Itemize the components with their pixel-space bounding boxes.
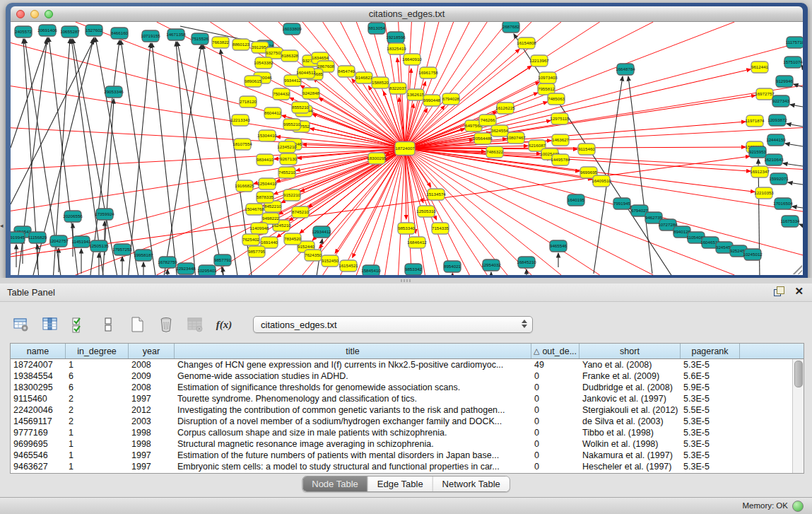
graph-node-label: 9462735 bbox=[645, 215, 663, 220]
graph-node-label: 9465546 bbox=[550, 243, 567, 248]
graph-node-label: 9115460 bbox=[578, 146, 595, 151]
cell-out_de: 0 bbox=[531, 450, 579, 461]
table-row[interactable]: 911546021997Tourette syndrome. Phenomeno… bbox=[11, 393, 804, 404]
tab-node-table[interactable]: Node Table bbox=[302, 477, 368, 491]
unselect-all-columns-icon[interactable] bbox=[98, 315, 118, 334]
cell-name: 9463627 bbox=[11, 461, 66, 472]
status-bar: Memory: OK bbox=[0, 497, 812, 514]
table-row[interactable]: 969969511998Structural magnetic resonanc… bbox=[11, 438, 804, 450]
network-view-window[interactable]: citations_edges.txt 24055722069140610655… bbox=[6, 3, 808, 281]
table-row[interactable]: 977716911998Corpus callosum shape and si… bbox=[11, 427, 804, 438]
graph-node-label: 9267130 bbox=[280, 156, 298, 161]
table-row[interactable]: 1872400712008Changes of HCN gene express… bbox=[11, 359, 804, 370]
cell-year: 1997 bbox=[129, 393, 175, 404]
table-selector-dropdown[interactable]: citations_edges.txt bbox=[253, 316, 533, 333]
graph-node-label: 16648784 bbox=[616, 66, 635, 71]
graph-node-label: 11409948 bbox=[249, 226, 269, 230]
tab-edge-table[interactable]: Edge Table bbox=[368, 477, 433, 491]
cell-name: 14569117 bbox=[11, 416, 66, 427]
panel-collapse-arrow[interactable]: ◂ bbox=[0, 222, 4, 229]
cell-pagerank: 5.3E-5 bbox=[681, 359, 740, 370]
column-header-name[interactable]: name bbox=[11, 344, 66, 358]
column-header-in_degree[interactable]: in_degree bbox=[66, 344, 129, 358]
table-row[interactable]: 946362711997Embryonic stem cells: a mode… bbox=[11, 461, 804, 472]
table-header-row: namein_degreeyeartitle△out_de...shortpag… bbox=[11, 344, 804, 359]
minimize-window-button[interactable] bbox=[30, 10, 39, 18]
table-row[interactable]: 946554611997Estimation of the future num… bbox=[11, 450, 804, 461]
table-row[interactable]: 2242004622012Investigating the contribut… bbox=[11, 404, 804, 416]
cell-out_de: 0 bbox=[531, 461, 579, 472]
graph-node-label: 12213967 bbox=[529, 58, 549, 63]
citation-network-graph[interactable]: 2405572206914061065528715276028466160107… bbox=[11, 22, 803, 275]
cell-name: 19384554 bbox=[11, 370, 66, 382]
graph-node-label: 9227343 bbox=[772, 98, 790, 103]
graph-node-label: 10543382 bbox=[254, 60, 273, 65]
tab-network-table[interactable]: Network Table bbox=[433, 477, 510, 491]
graph-node-label: 6794027 bbox=[631, 208, 649, 213]
graph-node-label: 7624350 bbox=[305, 252, 322, 257]
graph-node-label: 1691440 bbox=[261, 240, 278, 245]
select-all-columns-icon[interactable] bbox=[69, 315, 89, 334]
new-column-icon[interactable] bbox=[127, 315, 147, 334]
graph-node-label: 7625402 bbox=[242, 237, 260, 242]
network-canvas[interactable]: 2405572206914061065528715276028466160107… bbox=[11, 22, 803, 275]
cell-title: Tourette syndrome. Phenomenology and cla… bbox=[175, 393, 531, 404]
cell-pagerank: 5.3E-5 bbox=[681, 393, 740, 404]
graph-node-label: 8186328 bbox=[281, 53, 299, 58]
cell-year: 1998 bbox=[129, 438, 175, 450]
close-panel-icon[interactable]: ✕ bbox=[794, 286, 804, 296]
graph-node-label: 8466160 bbox=[111, 30, 129, 35]
graph-node-label: 9990448 bbox=[423, 98, 441, 103]
column-header-year[interactable]: year bbox=[129, 344, 175, 358]
graph-node-label: 10973403 bbox=[538, 75, 558, 80]
column-header-pagerank[interactable]: pagerank bbox=[681, 344, 740, 358]
zoom-window-button[interactable] bbox=[45, 10, 53, 18]
memory-status-indicator[interactable] bbox=[792, 501, 804, 512]
delete-column-trash-icon[interactable] bbox=[156, 315, 176, 334]
close-window-button[interactable] bbox=[16, 10, 25, 18]
column-header-out_de[interactable]: △out_de... bbox=[531, 344, 579, 358]
cell-in_degree: 6 bbox=[66, 382, 129, 393]
cell-title: Disruption of a novel member of a sodium… bbox=[175, 416, 531, 427]
graph-node-label: 9152450 bbox=[322, 258, 339, 263]
dropdown-arrows-icon bbox=[522, 320, 527, 328]
float-panel-icon[interactable] bbox=[774, 286, 784, 296]
graph-node-label: 18325419 bbox=[387, 46, 406, 51]
scrollbar-thumb[interactable] bbox=[794, 361, 803, 387]
table-options-icon[interactable] bbox=[11, 315, 31, 334]
graph-node-label: 8452210 bbox=[264, 204, 282, 209]
cell-short: Nakamura et al. (1997) bbox=[579, 450, 681, 461]
horizontal-splitter[interactable] bbox=[0, 278, 812, 284]
graph-node-label: 19218596 bbox=[386, 35, 406, 40]
cell-pagerank: 5.3E-5 bbox=[681, 450, 740, 461]
graph-node-label: 12954032 bbox=[481, 262, 501, 267]
column-header-short[interactable]: short bbox=[579, 344, 681, 358]
graph-node-label: 19958187 bbox=[134, 252, 153, 257]
graph-node-label: 12923448 bbox=[176, 266, 196, 271]
table-row[interactable]: 1830029562008Estimation of significance … bbox=[11, 382, 804, 393]
cell-short: de Silva et al. (2003) bbox=[579, 416, 681, 427]
table-panel-header: Table Panel ✕ bbox=[0, 284, 812, 302]
column-visibility-icon[interactable] bbox=[40, 315, 60, 334]
network-window-titlebar[interactable]: citations_edges.txt bbox=[11, 6, 803, 22]
graph-node-label: 15845410 bbox=[361, 268, 381, 273]
cell-out_de: 0 bbox=[531, 382, 579, 393]
column-header-title[interactable]: title bbox=[175, 344, 531, 358]
delete-table-icon-disabled bbox=[185, 315, 205, 334]
table-row[interactable]: 1938455462009Genome-wide association stu… bbox=[11, 370, 804, 382]
cell-year: 1997 bbox=[129, 450, 175, 461]
graph-node-label: 9146821 bbox=[355, 75, 373, 80]
cell-short: Tibbo et al. (1998) bbox=[579, 427, 681, 438]
table-row[interactable]: 1456911722003Disruption of a novel membe… bbox=[11, 416, 804, 427]
cell-year: 1997 bbox=[129, 461, 175, 472]
cell-short: Stergiakouli et al. (2012) bbox=[579, 404, 681, 416]
function-builder-icon[interactable]: f(x) bbox=[214, 315, 234, 334]
graph-node-label: 11156829 bbox=[28, 235, 47, 240]
graph-node-label: 15134574 bbox=[426, 192, 446, 197]
graph-node-label: 14671358 bbox=[166, 32, 186, 37]
table-vertical-scrollbar[interactable] bbox=[792, 359, 804, 473]
graph-node-label: 18300295 bbox=[367, 156, 387, 160]
graph-node-label: 10295401 bbox=[197, 268, 217, 273]
graph-node-label: 8860123 bbox=[233, 42, 250, 47]
graph-node-label: 9327502 bbox=[266, 50, 283, 55]
